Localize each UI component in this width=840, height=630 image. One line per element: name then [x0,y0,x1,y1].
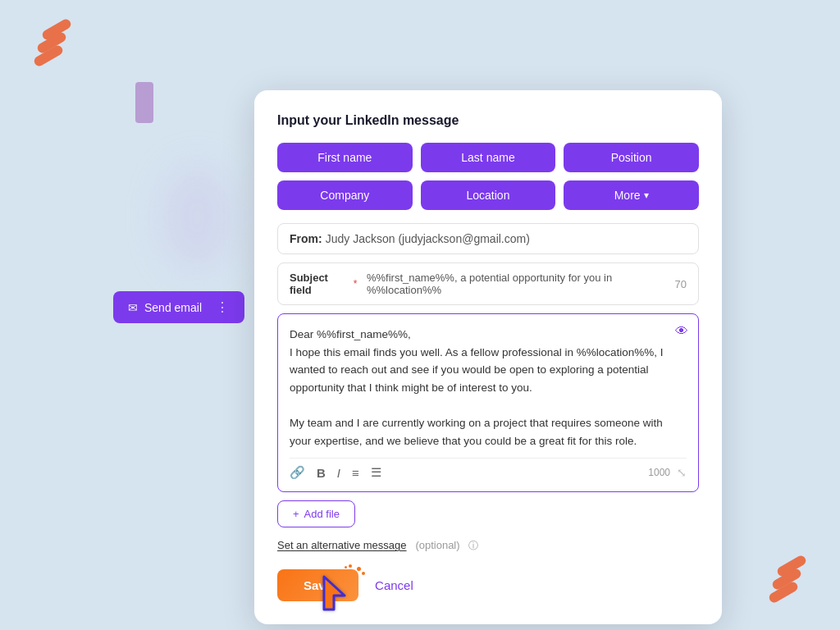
alt-message-optional: (optional) [415,539,459,551]
more-options-icon[interactable]: ⋮ [216,299,230,315]
subject-left-group: Subject field * %%first_name%%, a potent… [290,272,675,296]
email-icon: ✉ [128,301,138,314]
send-email-action[interactable]: ✉ Send email ⋮ [113,291,244,323]
decorative-stripes-top-left [33,25,72,61]
message-body: Dear %%first_name%%, I hope this email f… [290,326,687,450]
position-button[interactable]: Position [564,143,699,172]
sparkle-1 [357,567,361,571]
decorative-stripes-bottom-right [768,561,807,597]
char-remaining: 1000 [648,467,670,478]
alt-message-link[interactable]: Set an alternative message [277,539,407,551]
company-button[interactable]: Company [277,180,413,210]
last-name-button[interactable]: Last name [421,143,556,172]
resize-handle-icon[interactable]: ⤡ [677,466,687,479]
bullet-list-icon[interactable]: ☰ [371,465,381,480]
add-file-label: Add file [304,508,340,520]
dialog-title: Input your LinkedIn message [277,113,699,128]
subject-value: %%first_name%%, a potential opportunity … [367,272,675,296]
add-file-button[interactable]: + Add file [277,500,355,527]
subject-field[interactable]: Subject field * %%first_name%%, a potent… [277,262,699,305]
first-name-button[interactable]: First name [277,143,413,172]
more-button[interactable]: More ▾ [564,180,699,210]
link-icon[interactable]: 🔗 [290,465,305,480]
formatting-icons: 🔗 B I ≡ ☰ [290,465,381,480]
send-email-label-group: ✉ Send email [128,301,202,314]
subject-char-count: 70 [675,278,687,290]
more-label: More [614,189,641,202]
from-field: From: Judy Jackson (judyjackson@gmail.co… [277,223,699,254]
from-value: Judy Jackson (judyjackson@gmail.com) [326,232,530,245]
italic-icon[interactable]: I [337,466,340,480]
send-email-label: Send email [144,301,202,314]
location-button[interactable]: Location [421,180,556,210]
linkedin-message-dialog: Input your LinkedIn message First name L… [254,90,722,624]
chevron-down-icon: ▾ [644,189,649,201]
required-indicator: * [354,278,358,290]
preview-icon[interactable]: 👁 [675,324,688,339]
variable-buttons-grid: First name Last name Position Company Lo… [277,143,699,210]
bold-icon[interactable]: B [317,466,326,480]
svg-marker-0 [324,577,345,609]
plus-icon: + [293,508,299,520]
numbered-list-icon[interactable]: ≡ [352,466,359,480]
sparkle-2 [362,572,365,575]
decorative-center-blur [160,164,234,271]
cancel-button[interactable]: Cancel [375,578,413,592]
info-icon[interactable]: ⓘ [468,540,478,551]
decorative-purple-square [135,82,153,123]
from-label: From: [290,232,322,245]
alt-message-section: Set an alternative message (optional) ⓘ [277,539,699,553]
subject-label: Subject field [290,272,350,296]
message-editor[interactable]: 👁 Dear %%first_name%%, I hope this email… [277,313,699,492]
message-toolbar: 🔗 B I ≡ ☰ 1000 ⤡ [290,458,687,480]
